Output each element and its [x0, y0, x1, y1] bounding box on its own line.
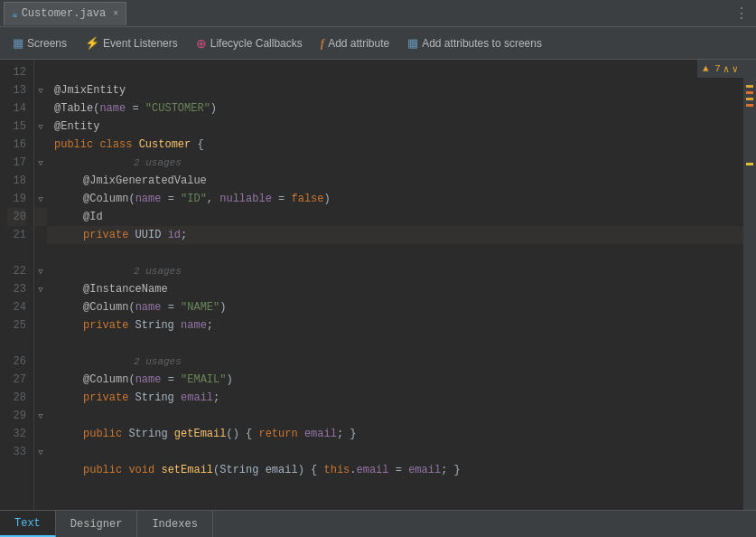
line-num-25: 25 — [7, 316, 26, 334]
code-line-24: private String name; — [47, 316, 743, 334]
fold-29[interactable]: ▽ — [34, 407, 47, 425]
warning-up-arrow[interactable]: ∧ — [723, 63, 730, 75]
title-bar: ☕ Customer.java × ⋮ — [0, 0, 756, 27]
line-num-13: 13 — [7, 81, 26, 99]
code-line-33: public void setEmail(String email) { thi… — [47, 461, 743, 479]
fold-32 — [34, 425, 47, 443]
tab-text-label: Text — [14, 517, 41, 530]
fold-26 — [34, 353, 47, 371]
fold-21 — [34, 226, 47, 244]
fold-13[interactable]: ▽ — [34, 81, 47, 99]
code-line-17: @JmixGeneratedValue — [47, 172, 743, 190]
code-area[interactable]: @JmixEntity @Table(name = "CUSTOMER") @E… — [47, 60, 743, 510]
code-line-28 — [47, 407, 743, 425]
code-usage-3: 2 usages — [47, 353, 743, 371]
java-icon: ☕ — [12, 8, 18, 20]
code-line-12 — [47, 63, 743, 81]
line-num-26: 26 — [7, 353, 26, 371]
warning-count: ▲ 7 — [703, 63, 721, 74]
tab-indexes[interactable]: Indexes — [137, 511, 212, 537]
scroll-mark-5 — [746, 163, 753, 165]
bottom-tabs: Text Designer Indexes — [0, 510, 756, 537]
fold-17[interactable]: ▽ — [34, 154, 47, 172]
lifecycle-callbacks-icon: ⊕ — [196, 36, 207, 51]
more-options-button[interactable]: ⋮ — [734, 5, 752, 23]
line-num-27: 27 — [7, 371, 26, 389]
editor-container: ▲ 7 ∧ ∨ 12 13 14 15 16 17 18 19 20 21 22… — [0, 60, 756, 510]
code-line-32 — [47, 443, 743, 461]
event-listeners-label: Event Listeners — [103, 37, 178, 50]
scroll-mark-1 — [746, 85, 753, 88]
line-num-16: 16 — [7, 136, 26, 154]
fold-15[interactable]: ▽ — [34, 118, 47, 136]
line-num-21: 21 — [7, 226, 26, 244]
fold-25 — [34, 316, 47, 334]
tab-text[interactable]: Text — [0, 511, 56, 537]
line-num-28: 28 — [7, 389, 26, 407]
line-num-33: 33 — [7, 443, 26, 461]
right-gutter — [743, 60, 756, 510]
code-line-16: public class Customer { — [47, 136, 743, 154]
add-attribute-button[interactable]: f Add attribute — [313, 33, 397, 54]
add-attributes-screens-label: Add attributes to screens — [422, 37, 542, 50]
line-num-14: 14 — [7, 99, 26, 118]
tab-indexes-label: Indexes — [152, 518, 197, 531]
line-num-20: 20 — [7, 208, 26, 226]
event-listeners-icon: ⚡ — [85, 36, 99, 50]
add-attributes-screens-icon: ▦ — [407, 36, 418, 50]
add-attributes-screens-button[interactable]: ▦ Add attributes to screens — [400, 33, 549, 53]
fold-usage2 — [34, 334, 47, 353]
scroll-mark-3 — [746, 98, 753, 100]
fold-22[interactable]: ▽ — [34, 262, 47, 280]
fold-16 — [34, 136, 47, 154]
fold-12 — [34, 63, 47, 81]
code-line-20: private UUID id; — [47, 226, 743, 244]
line-num-29: 29 — [7, 407, 26, 425]
scroll-mark-4 — [746, 104, 753, 107]
warning-down-arrow[interactable]: ∨ — [732, 63, 738, 75]
line-num-18: 18 — [7, 172, 26, 190]
code-usage-2: 2 usages — [47, 262, 743, 280]
toolbar: ▦ Screens ⚡ Event Listeners ⊕ Lifecycle … — [0, 27, 756, 60]
line-num-usage2 — [7, 334, 26, 353]
add-attribute-label: Add attribute — [328, 37, 389, 50]
code-line-21 — [47, 244, 743, 262]
tab-close-button[interactable]: × — [113, 9, 118, 19]
screens-button[interactable]: ▦ Screens — [5, 33, 74, 53]
scroll-mark-2 — [746, 91, 753, 94]
file-tab[interactable]: ☕ Customer.java × — [4, 2, 126, 25]
warning-indicator: ▲ 7 ∧ ∨ — [697, 60, 743, 78]
lifecycle-callbacks-button[interactable]: ⊕ Lifecycle Callbacks — [189, 33, 310, 54]
line-num-usage1 — [7, 244, 26, 262]
tab-designer[interactable]: Designer — [56, 511, 138, 537]
code-line-13: @JmixEntity — [47, 81, 743, 99]
code-line-27: private String email; — [47, 389, 743, 407]
line-num-24: 24 — [7, 298, 26, 316]
event-listeners-button[interactable]: ⚡ Event Listeners — [78, 33, 185, 53]
line-num-22: 22 — [7, 262, 26, 280]
fold-18 — [34, 172, 47, 190]
fold-24 — [34, 298, 47, 316]
fold-gutter: ▽ ▽ ▽ ▽ ▽ ▽ ▽ ▽ — [34, 60, 47, 510]
screens-label: Screens — [27, 37, 67, 50]
code-line-14: @Table(name = "CUSTOMER") — [47, 99, 743, 118]
code-line-29: public String getEmail() { return email;… — [47, 425, 743, 443]
fold-33[interactable]: ▽ — [34, 443, 47, 461]
line-num-19: 19 — [7, 190, 26, 208]
line-num-15: 15 — [7, 118, 26, 136]
fold-20 — [34, 208, 47, 226]
tab-designer-label: Designer — [70, 518, 123, 531]
fold-28 — [34, 389, 47, 407]
code-line-22: @InstanceName — [47, 280, 743, 298]
fold-19[interactable]: ▽ — [34, 190, 47, 208]
tab-label: Customer.java — [22, 7, 107, 20]
code-line-23: @Column(name = "NAME") — [47, 298, 743, 316]
code-line-15: @Entity — [47, 118, 743, 136]
fold-27 — [34, 371, 47, 389]
fold-14 — [34, 99, 47, 118]
fold-23[interactable]: ▽ — [34, 280, 47, 298]
code-line-25 — [47, 334, 743, 353]
code-line-26: @Column(name = "EMAIL") — [47, 371, 743, 389]
line-num-23: 23 — [7, 280, 26, 298]
fold-usage1 — [34, 244, 47, 262]
